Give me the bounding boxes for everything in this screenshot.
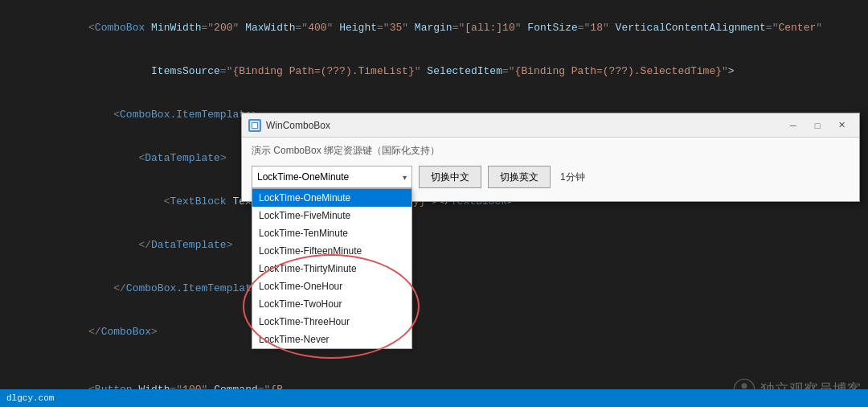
combo-box[interactable]: LockTime-OneMinute ▾ <box>252 166 412 188</box>
win-title: WinComboBox <box>266 120 330 131</box>
switch-english-button[interactable]: 切换英文 <box>488 166 551 188</box>
svg-rect-1 <box>252 123 257 128</box>
combo-item-4[interactable]: LockTime-ThirtyMinute <box>252 260 411 278</box>
win-titlebar: WinComboBox ─ □ ✕ <box>242 113 859 138</box>
win-icon <box>248 119 261 132</box>
combo-item-2[interactable]: LockTime-TenMinute <box>252 224 411 242</box>
close-button[interactable]: ✕ <box>830 117 853 134</box>
bottom-bar-url: dlgcy.com <box>6 393 54 403</box>
win-subtitle: 演示 ComboBox 绑定资源键（国际化支持） <box>252 144 850 158</box>
code-line-6: </DataTemplate> <box>0 224 868 267</box>
combo-item-5[interactable]: LockTime-OneHour <box>252 278 411 295</box>
combo-dropdown: LockTime-OneMinute LockTime-FiveMinute L… <box>252 188 412 349</box>
combo-arrow-icon: ▾ <box>403 173 407 182</box>
win-titlebar-left: WinComboBox <box>248 119 330 132</box>
combo-selected-text: LockTime-OneMinute <box>257 171 349 183</box>
code-line-blank1 <box>0 354 868 368</box>
time-label: 1分钟 <box>557 171 588 184</box>
code-line-2: ItemsSource="{Binding Path=(???).TimeLis… <box>0 50 868 93</box>
code-line-7: </ComboBox.ItemTemplate> <box>0 267 868 310</box>
win-content: 演示 ComboBox 绑定资源键（国际化支持） LockTime-OneMin… <box>242 138 859 201</box>
combo-item-8[interactable]: LockTime-Never <box>252 331 411 348</box>
bottom-bar: dlgcy.com <box>0 389 868 407</box>
combo-item-7[interactable]: LockTime-ThreeHour <box>252 313 411 331</box>
maximize-button[interactable]: □ <box>806 117 829 134</box>
combo-item-6[interactable]: LockTime-TwoHour <box>252 295 411 313</box>
combo-item-0[interactable]: LockTime-OneMinute <box>252 189 411 207</box>
win-controls: ─ □ ✕ <box>782 117 853 134</box>
minimize-button[interactable]: ─ <box>782 117 805 134</box>
code-line-8: </ComboBox> <box>0 310 868 354</box>
code-line-1: <ComboBox MinWidth="200" MaxWidth="400" … <box>0 6 868 50</box>
switch-chinese-button[interactable]: 切换中文 <box>419 166 481 188</box>
combo-wrapper: LockTime-OneMinute ▾ LockTime-OneMinute … <box>252 166 412 188</box>
code-editor: <ComboBox MinWidth="200" MaxWidth="400" … <box>0 0 868 407</box>
win-controls-row: LockTime-OneMinute ▾ LockTime-OneMinute … <box>252 166 850 188</box>
combo-item-3[interactable]: LockTime-FifteenMinute <box>252 242 411 260</box>
win-window: WinComboBox ─ □ ✕ 演示 ComboBox 绑定资源键（国际化支… <box>241 113 860 202</box>
combo-item-1[interactable]: LockTime-FiveMinute <box>252 207 411 224</box>
